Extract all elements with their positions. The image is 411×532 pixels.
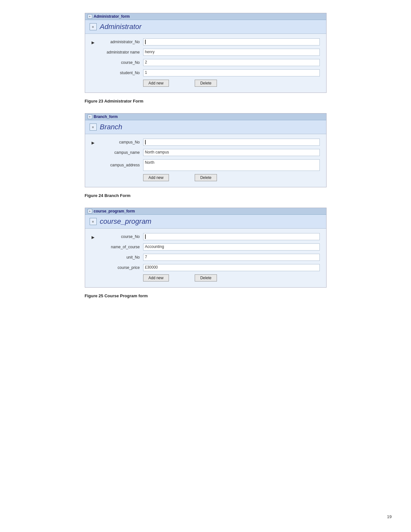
figure-24-caption: Figure 24 Branch Form (85, 193, 327, 198)
course-program-titlebar-label: course_program_form (94, 209, 135, 213)
branch-delete-button[interactable]: Delete (195, 174, 217, 181)
label-campus-no: campus_No (98, 140, 143, 144)
input-campus-name[interactable]: North campus (143, 149, 320, 156)
course-program-record-indicator: ▶ (92, 233, 98, 281)
branch-add-new-button[interactable]: Add new (143, 174, 169, 181)
course-program-form-body: ▶ course_No name_of_course Accounting un… (85, 229, 326, 287)
course-program-titlebar-icon: ≡ (88, 209, 92, 213)
label-student-no: student_No (98, 71, 143, 75)
branch-form-titlebar: ≡ Branch_form (85, 113, 326, 120)
administrator-record-indicator: ▶ (92, 38, 98, 87)
course-program-form-container: ≡ course_program_form ≡ course_program ▶… (85, 208, 327, 288)
input-course-no[interactable]: 2 (143, 59, 320, 66)
course-program-form-titlebar: ≡ course_program_form (85, 208, 326, 215)
course-program-header-title: course_program (100, 217, 152, 226)
course-program-buttons-row: Add new Delete (143, 274, 320, 281)
figure-25-caption: Figure 25 Course Program form (85, 293, 327, 298)
input-course-no-cp[interactable] (143, 233, 320, 240)
administrator-add-new-button[interactable]: Add new (143, 80, 169, 87)
administrator-form-header: ≡ Administrator (85, 20, 326, 34)
label-course-no-cp: course_No (98, 234, 143, 239)
field-row-course-price: course_price £30000 (98, 264, 320, 271)
course-program-add-new-button[interactable]: Add new (143, 274, 169, 281)
branch-fields-area: campus_No campus_name North campus campu… (98, 139, 320, 181)
administrator-fields-area: administrator_No administrator name henr… (98, 38, 320, 87)
label-unit-no: unit_No (98, 255, 143, 260)
field-row-unit-no: unit_No 7 (98, 254, 320, 261)
label-administrator-name: administrator name (98, 50, 143, 54)
input-administrator-no[interactable] (143, 38, 320, 45)
course-program-header-icon: ≡ (90, 218, 97, 225)
input-campus-no[interactable] (143, 139, 320, 146)
administrator-form-titlebar: ≡ Administrator_form (85, 13, 326, 20)
input-name-of-course[interactable]: Accounting (143, 243, 320, 251)
branch-titlebar-label: Branch_form (94, 114, 118, 119)
administrator-delete-button[interactable]: Delete (195, 80, 217, 87)
branch-record-indicator: ▶ (92, 139, 98, 181)
course-program-form-header: ≡ course_program (85, 215, 326, 229)
administrator-form-container: ≡ Administrator_form ≡ Administrator ▶ a… (85, 13, 327, 93)
administrator-buttons-row: Add new Delete (143, 80, 320, 87)
field-row-campus-address: campus_address North (98, 159, 320, 171)
branch-header-icon: ≡ (90, 123, 97, 131)
course-program-delete-button[interactable]: Delete (195, 274, 217, 281)
input-student-no[interactable]: 1 (143, 69, 320, 76)
input-campus-address[interactable]: North (143, 159, 320, 171)
branch-buttons-row: Add new Delete (143, 174, 320, 181)
administrator-form-body: ▶ administrator_No administrator name he… (85, 34, 326, 93)
field-row-course-no-cp: course_No (98, 233, 320, 240)
field-row-admin-name: administrator name henry (98, 49, 320, 56)
field-row-campus-name: campus_name North campus (98, 149, 320, 156)
branch-form-container: ≡ Branch_form ≡ Branch ▶ campus_No campu… (85, 113, 327, 187)
label-campus-name: campus_name (98, 150, 143, 155)
page-number: 19 (387, 514, 392, 519)
label-course-price: course_price (98, 265, 143, 270)
administrator-titlebar-label: Administrator_form (94, 14, 130, 19)
label-course-no: course_No (98, 60, 143, 65)
field-row-name-of-course: name_of_course Accounting (98, 243, 320, 251)
label-campus-address: campus_address (98, 163, 143, 167)
input-administrator-name[interactable]: henry (143, 49, 320, 56)
field-row-course-no: course_No 2 (98, 59, 320, 66)
administrator-header-icon: ≡ (90, 23, 97, 30)
branch-header-title: Branch (100, 123, 122, 131)
field-row-admin-no: administrator_No (98, 38, 320, 45)
figure-23-caption: Figure 23 Administrator Form (85, 99, 327, 103)
administrator-header-title: Administrator (100, 23, 142, 31)
branch-form-body: ▶ campus_No campus_name North campus cam… (85, 134, 326, 187)
input-course-price[interactable]: £30000 (143, 264, 320, 271)
administrator-titlebar-icon: ≡ (88, 14, 92, 19)
field-row-campus-no: campus_No (98, 139, 320, 146)
branch-titlebar-icon: ≡ (88, 114, 92, 119)
branch-form-header: ≡ Branch (85, 120, 326, 134)
course-program-fields-area: course_No name_of_course Accounting unit… (98, 233, 320, 281)
label-administrator-no: administrator_No (98, 40, 143, 44)
field-row-student-no: student_No 1 (98, 69, 320, 76)
label-name-of-course: name_of_course (98, 245, 143, 249)
input-unit-no[interactable]: 7 (143, 254, 320, 261)
